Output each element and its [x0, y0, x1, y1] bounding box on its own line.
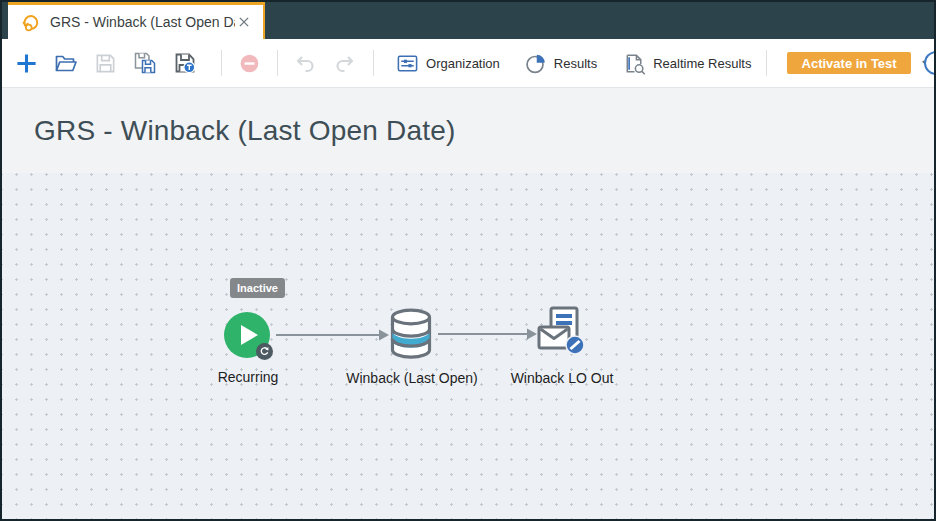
node-data-source[interactable] — [388, 308, 434, 364]
results-icon — [524, 52, 547, 75]
node-recurring[interactable]: Inactive — [224, 312, 270, 358]
tab-title: GRS - Winback (Last Open Date) — [50, 14, 235, 30]
new-button[interactable] — [15, 49, 38, 77]
realtime-results-label: Realtime Results — [653, 56, 751, 71]
play-icon — [241, 325, 258, 345]
recurrence-icon — [256, 343, 273, 360]
close-icon[interactable] — [235, 13, 253, 31]
connector-arrow — [438, 326, 538, 342]
realtime-results-icon — [623, 52, 646, 75]
tab-program[interactable]: GRS - Winback (Last Open Date) — [8, 2, 265, 39]
node-label-email-out: Winback LO Out — [482, 370, 642, 386]
undo-button — [293, 49, 317, 77]
open-button[interactable] — [54, 49, 78, 77]
page-title: GRS - Winback (Last Open Date) — [34, 115, 455, 147]
redo-button — [333, 49, 357, 77]
remove-button — [238, 49, 261, 77]
status-badge: Inactive — [230, 278, 285, 298]
workflow-canvas[interactable]: Inactive Recurring — [2, 173, 934, 519]
save-button — [94, 49, 117, 77]
save-to-test-button[interactable] — [173, 49, 197, 77]
save-as-button[interactable] — [133, 49, 157, 77]
data-source-icon — [388, 308, 434, 360]
app-window: GRS - Winback (Last Open Date) — [0, 0, 936, 521]
toolbar-separator — [221, 50, 222, 76]
results-button[interactable]: Results — [524, 52, 597, 75]
node-email-out[interactable] — [536, 306, 586, 360]
tab-bar: GRS - Winback (Last Open Date) — [2, 2, 934, 39]
toolbar-separator — [277, 50, 278, 76]
recurring-start-icon[interactable] — [224, 312, 270, 358]
organization-button[interactable]: Organization — [396, 52, 500, 75]
email-out-icon — [536, 306, 586, 356]
toolbar-separator — [766, 50, 767, 76]
realtime-results-button[interactable]: Realtime Results — [623, 52, 751, 75]
node-label-recurring: Recurring — [178, 369, 318, 385]
activate-in-test-button[interactable]: Activate in Test — [787, 52, 911, 74]
results-label: Results — [554, 56, 597, 71]
toolbar: Organization Results Realtime Results — [2, 39, 934, 88]
connector-arrow — [276, 327, 390, 343]
title-bar: GRS - Winback (Last Open Date) — [2, 88, 934, 173]
organization-label: Organization — [426, 56, 500, 71]
organization-icon — [396, 52, 419, 75]
program-icon — [20, 12, 41, 33]
toolbar-separator — [373, 50, 374, 76]
